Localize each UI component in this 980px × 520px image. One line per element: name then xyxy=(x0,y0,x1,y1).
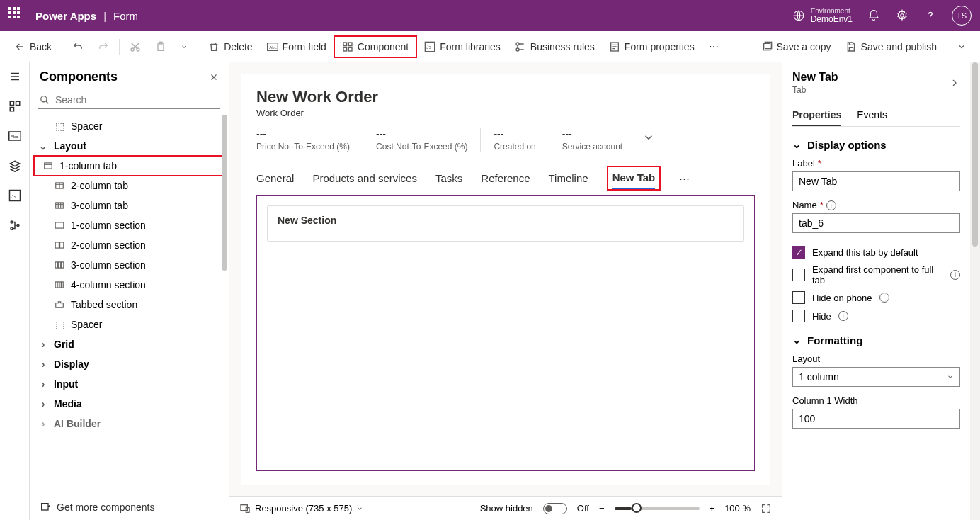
info-icon[interactable]: i xyxy=(826,200,836,210)
rp-tab-properties[interactable]: Properties xyxy=(792,105,841,126)
paste-button[interactable] xyxy=(148,37,173,57)
abc-rail-icon[interactable]: Abc xyxy=(5,126,25,146)
kpi-price: ---Price Not-To-Exceed (%) xyxy=(256,128,363,152)
name-input[interactable] xyxy=(792,213,960,233)
section-card[interactable]: New Section xyxy=(267,205,744,242)
display-group[interactable]: ›Display xyxy=(30,354,229,374)
components-panel: Components ⬚Spacer ⌄Layout 1-column tab … xyxy=(30,62,229,520)
tab-new[interactable]: New Tab xyxy=(612,167,656,189)
svg-point-26 xyxy=(11,221,13,223)
col1-width-input[interactable] xyxy=(792,409,960,429)
left-rail: Abc Js xyxy=(0,62,30,520)
tab-tasks[interactable]: Tasks xyxy=(435,168,462,188)
environment-picker[interactable]: Environment DemoEnv1 xyxy=(792,7,853,24)
spacer-item[interactable]: ⬚Spacer xyxy=(30,116,229,136)
more-commands[interactable]: ⋯ xyxy=(702,37,726,57)
zoom-in-icon[interactable]: + xyxy=(710,503,715,514)
save-publish-button[interactable]: Save and publish xyxy=(838,37,944,57)
1-column-section-item[interactable]: 1-column section xyxy=(30,215,229,235)
user-avatar[interactable]: TS xyxy=(952,6,972,26)
kpi-cost: ---Cost Not-To-Exceed (%) xyxy=(363,128,480,152)
help-icon[interactable] xyxy=(923,9,938,23)
tree-rail-icon[interactable] xyxy=(5,215,25,235)
save-copy-button[interactable]: Save a copy xyxy=(754,37,838,57)
tab-products[interactable]: Products and services xyxy=(312,168,417,188)
hide-phone-checkbox[interactable]: Hide on phonei xyxy=(792,291,960,304)
layout-group[interactable]: ⌄Layout xyxy=(30,136,229,156)
zoom-out-icon[interactable]: − xyxy=(599,503,605,514)
display-options-header[interactable]: ⌄Display options xyxy=(792,138,960,151)
svg-rect-39 xyxy=(55,282,57,288)
tab-general[interactable]: General xyxy=(256,168,294,188)
svg-rect-33 xyxy=(55,222,64,228)
get-more-components[interactable]: Get more components xyxy=(30,494,229,520)
search-input[interactable] xyxy=(38,91,220,109)
2-column-section-item[interactable]: 2-column section xyxy=(30,235,229,255)
redo-button[interactable] xyxy=(91,37,116,57)
svg-rect-37 xyxy=(58,262,61,268)
expand-default-checkbox[interactable]: ✓Expand this tab by default xyxy=(792,246,960,259)
settings-icon[interactable] xyxy=(895,9,909,23)
expand-panel-icon[interactable] xyxy=(949,77,960,89)
toggle-off-label: Off xyxy=(577,503,589,514)
right-scrollbar[interactable] xyxy=(970,62,980,520)
form-title: New Work Order xyxy=(256,88,755,106)
hamburger-icon[interactable] xyxy=(5,67,25,86)
label-input[interactable] xyxy=(792,171,960,191)
svg-text:Abc: Abc xyxy=(269,45,276,49)
undo-button[interactable] xyxy=(65,37,91,57)
show-hidden-toggle[interactable] xyxy=(543,503,567,514)
4-column-section-item[interactable]: 4-column section xyxy=(30,275,229,295)
grid-group[interactable]: ›Grid xyxy=(30,334,229,354)
layout-select[interactable]: 1 column xyxy=(792,367,960,387)
fit-icon[interactable] xyxy=(760,503,772,514)
input-group[interactable]: ›Input xyxy=(30,374,229,394)
js-rail-icon[interactable]: Js xyxy=(5,186,25,205)
tab-content-area[interactable]: New Section xyxy=(256,195,755,471)
ai-builder-group[interactable]: ›AI Builder xyxy=(30,414,229,434)
rp-title: New Tab xyxy=(792,71,838,84)
show-hidden-label: Show hidden xyxy=(480,503,533,514)
notifications-icon[interactable] xyxy=(867,9,881,23)
form-libraries-button[interactable]: Js Form libraries xyxy=(417,37,508,57)
spacer-item-2[interactable]: ⬚Spacer xyxy=(30,315,229,334)
delete-button[interactable]: Delete xyxy=(201,37,259,57)
3-column-section-item[interactable]: 3-column section xyxy=(30,255,229,275)
1-column-tab-item[interactable]: 1-column tab xyxy=(34,156,224,176)
hide-checkbox[interactable]: Hidei xyxy=(792,310,960,322)
form-field-button[interactable]: Abc Form field xyxy=(260,37,334,57)
tab-timeline[interactable]: Timeline xyxy=(549,168,588,188)
component-button[interactable]: Component xyxy=(334,35,417,58)
info-icon[interactable]: i xyxy=(950,270,960,280)
formatting-header[interactable]: ⌄Formatting xyxy=(792,334,960,346)
2-column-tab-item[interactable]: 2-column tab xyxy=(30,176,229,196)
tabbed-section-item[interactable]: Tabbed section xyxy=(30,295,229,315)
info-icon[interactable]: i xyxy=(838,311,848,321)
tab-reference[interactable]: Reference xyxy=(481,168,530,188)
zoom-slider[interactable] xyxy=(615,507,700,510)
component-icon xyxy=(342,41,353,52)
svg-point-29 xyxy=(41,96,47,102)
tree-scrollbar[interactable] xyxy=(222,115,227,271)
tabs-more-icon[interactable]: ⋯ xyxy=(679,172,690,185)
expand-first-checkbox[interactable]: Expand first component to full tabi xyxy=(792,264,960,286)
back-button[interactable]: Back xyxy=(7,37,59,57)
info-icon[interactable]: i xyxy=(879,293,889,303)
waffle-icon[interactable] xyxy=(8,7,25,24)
media-group[interactable]: ›Media xyxy=(30,394,229,414)
cut-button[interactable] xyxy=(122,37,148,57)
kpi-chevron-icon[interactable] xyxy=(642,128,655,144)
layers-rail-icon[interactable] xyxy=(5,156,25,176)
responsive-picker[interactable]: Responsive (735 x 575) xyxy=(239,503,363,514)
rp-tab-events[interactable]: Events xyxy=(857,105,887,126)
close-panel-icon[interactable] xyxy=(209,72,219,82)
zoom-value: 100 % xyxy=(724,503,751,514)
3-column-tab-item[interactable]: 3-column tab xyxy=(30,196,229,215)
business-rules-button[interactable]: Business rules xyxy=(508,37,602,57)
properties-panel: New Tab Tab Properties Events ⌄Display o… xyxy=(782,62,980,520)
save-publish-chevron[interactable] xyxy=(950,38,973,55)
form-properties-button[interactable]: Form properties xyxy=(602,37,702,57)
svg-rect-21 xyxy=(10,108,13,111)
components-rail-icon[interactable] xyxy=(5,96,25,116)
paste-chevron[interactable] xyxy=(173,39,195,55)
